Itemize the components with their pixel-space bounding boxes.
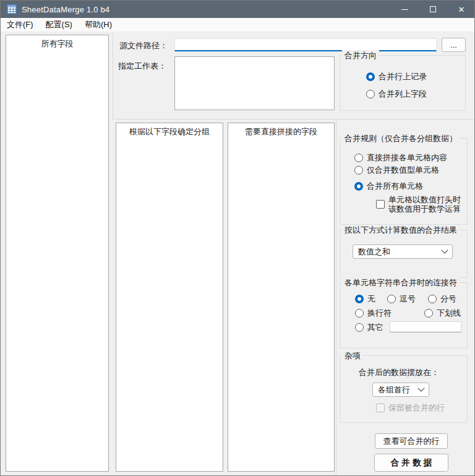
maximize-icon (430, 6, 436, 12)
checkbox-icon (376, 404, 385, 412)
right-column-divider (336, 119, 336, 476)
radio-icon (354, 166, 363, 175)
connector-group-title: 各单元格字符串合并时的连接符 (342, 277, 460, 288)
source-path-label: 源文件路径： (119, 40, 168, 51)
radio-icon (428, 295, 437, 303)
radio-connector-other[interactable]: 其它 (355, 322, 383, 333)
radio-merge-columns[interactable]: 合并列上字段 (366, 89, 427, 100)
connector-groupbox: 各单元格字符串合并时的连接符 无 逗号 分号 换行符 下划线 其它 (340, 282, 468, 348)
top-panel-bottom-divider (113, 119, 475, 119)
minimize-button[interactable] (390, 1, 419, 18)
radio-icon (355, 309, 364, 318)
close-button[interactable]: ✕ (447, 1, 475, 18)
browse-button[interactable]: ... (442, 38, 466, 52)
radio-concat-cells[interactable]: 直接拼接各单元格内容 (354, 152, 447, 163)
view-mergeable-button[interactable]: 查看可合并的行 (375, 433, 448, 449)
numeric-head-checkbox[interactable]: 单元格以数值打头时 该数值用于数学运算 (376, 194, 461, 214)
radio-icon (387, 295, 396, 303)
window-title: SheetDataMerge 1.0 b4 (22, 5, 109, 14)
menu-file[interactable]: 文件(F) (1, 17, 40, 32)
radio-connector-newline[interactable]: 换行符 (355, 308, 392, 319)
close-icon: ✕ (458, 5, 465, 14)
app-grid-icon (7, 4, 17, 14)
chevron-down-icon (441, 246, 448, 253)
concat-fields-header: 需要直接拼接的字段 (228, 123, 334, 137)
radio-connector-comma[interactable]: 逗号 (387, 293, 416, 305)
radio-connector-none[interactable]: 无 (355, 293, 375, 305)
radio-icon (366, 72, 375, 81)
other-connector-input[interactable] (390, 321, 461, 332)
radio-icon (355, 323, 364, 332)
chevron-down-icon (417, 384, 424, 391)
direction-groupbox: 合并方向 合并行上记录 合并列上字段 (340, 55, 466, 111)
keep-merged-rows-checkbox: 保留被合并的行 (376, 402, 445, 413)
radio-connector-underscore[interactable]: 下划线 (424, 308, 461, 319)
direction-group-title: 合并方向 (342, 50, 379, 61)
calc-group-title: 按以下方式计算数值的合并结果 (342, 225, 460, 236)
menu-bar: 文件(F) 配置(S) 帮助(H) (1, 18, 475, 32)
misc-group-title: 杂项 (342, 350, 363, 361)
radio-icon (366, 90, 375, 98)
menu-help[interactable]: 帮助(H) (79, 17, 118, 32)
radio-merge-rows[interactable]: 合并行上记录 (366, 71, 427, 82)
radio-icon (354, 182, 363, 191)
radio-all-cells[interactable]: 合并所有单元格 (354, 181, 423, 192)
place-result-dropdown[interactable]: 各组首行 (372, 383, 429, 397)
place-result-label: 合并后的数据摆放在： (359, 367, 439, 378)
radio-icon (424, 309, 433, 318)
checkbox-icon (376, 200, 385, 209)
numeric-head-label-line1: 单元格以数值打头时 (388, 195, 461, 204)
calc-method-dropdown[interactable]: 数值之和 (353, 244, 453, 259)
group-fields-header: 根据以下字段确定分组 (116, 123, 223, 137)
maximize-button[interactable] (419, 1, 447, 18)
title-bar: SheetDataMerge 1.0 b4 ✕ (1, 1, 475, 18)
all-fields-listbox[interactable]: 所有字段 (6, 35, 109, 472)
radio-numeric-only[interactable]: 仅合并数值型单元格 (354, 165, 439, 176)
radio-connector-semicolon[interactable]: 分号 (428, 293, 456, 305)
misc-groupbox: 杂项 合并后的数据摆放在： 各组首行 保留被合并的行 (340, 355, 468, 423)
menu-config[interactable]: 配置(S) (40, 17, 79, 32)
calc-groupbox: 按以下方式计算数值的合并结果 数值之和 (340, 230, 468, 278)
radio-icon (354, 154, 363, 162)
concat-fields-listbox[interactable]: 需要直接拼接的字段 (228, 123, 335, 472)
all-fields-header: 所有字段 (6, 35, 108, 50)
rules-groupbox: 合并规则（仅合并各分组数据） 直接拼接各单元格内容 仅合并数值型单元格 合并所有… (340, 138, 468, 225)
top-panel-left-divider (113, 33, 113, 119)
minimize-icon (401, 9, 408, 10)
group-fields-listbox[interactable]: 根据以下字段确定分组 (116, 123, 223, 472)
numeric-head-label-line2: 该数值用于数学运算 (388, 204, 461, 214)
rules-group-title: 合并规则（仅合并各分组数据） (342, 133, 460, 144)
radio-icon (355, 295, 364, 303)
app-window: SheetDataMerge 1.0 b4 ✕ 文件(F) 配置(S) 帮助(H… (0, 0, 475, 476)
merge-data-button[interactable]: 合 并 数 据 (374, 454, 448, 472)
worksheet-listbox[interactable] (174, 56, 335, 110)
source-path-input[interactable] (174, 38, 437, 51)
worksheet-label: 指定工作表： (118, 61, 166, 72)
